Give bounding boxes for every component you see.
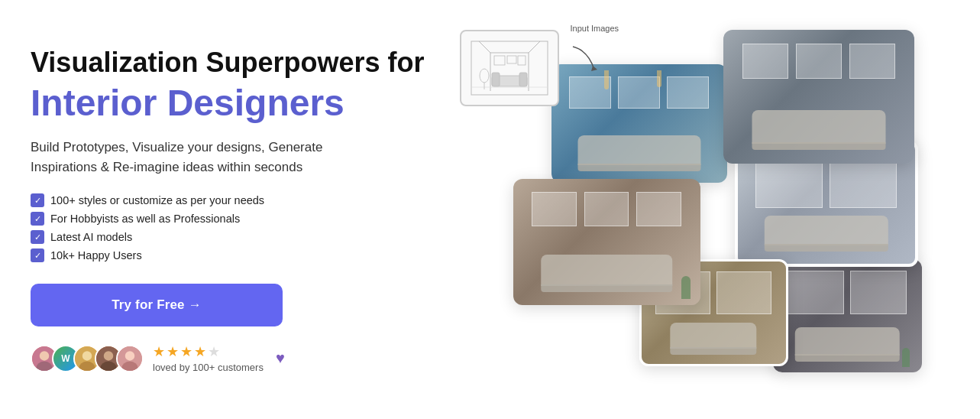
star-icon: ★: [180, 343, 192, 360]
check-icon: ✓: [31, 193, 44, 207]
input-label: Input Images: [571, 24, 619, 33]
feature-text: 10k+ Happy Users: [50, 249, 142, 261]
check-icon: ✓: [31, 212, 44, 226]
stars: ★ ★ ★ ★ ★: [153, 343, 264, 360]
svg-point-1: [40, 351, 49, 360]
svg-point-10: [125, 351, 134, 360]
feature-text: Latest AI models: [50, 231, 132, 243]
headline-line2: Interior Designers: [31, 82, 428, 124]
right-panel: Input Images: [428, 23, 949, 396]
feature-text: For Hobbyists as well as Professionals: [50, 213, 240, 225]
list-item: ✓ 100+ styles or customize as per your n…: [31, 193, 428, 207]
sketch-box: [460, 30, 559, 106]
avatar: [116, 345, 144, 372]
svg-point-7: [104, 351, 113, 360]
svg-line-15: [529, 41, 540, 53]
try-for-free-button[interactable]: Try for Free →: [31, 284, 283, 326]
left-panel: Visualization Superpowers for Interior D…: [31, 46, 428, 373]
star-icon: ★: [208, 343, 220, 360]
page-container: Visualization Superpowers for Interior D…: [0, 0, 980, 419]
svg-point-26: [480, 69, 489, 83]
star-icon: ★: [194, 343, 206, 360]
svg-line-14: [479, 41, 490, 53]
svg-rect-19: [494, 56, 505, 65]
svg-marker-12: [591, 66, 597, 71]
svg-rect-24: [519, 73, 527, 86]
list-item: ✓ Latest AI models: [31, 230, 428, 244]
room-card-4: [513, 179, 700, 305]
room-card-2: [723, 30, 914, 164]
svg-rect-21: [518, 56, 526, 65]
headline-line1: Visualization Superpowers for: [31, 46, 428, 79]
list-item: ✓ 10k+ Happy Users: [31, 248, 428, 262]
rating-text: loved by 100+ customers: [153, 362, 264, 373]
rating-section: ★ ★ ★ ★ ★ loved by 100+ customers: [153, 343, 264, 373]
list-item: ✓ For Hobbyists as well as Professionals: [31, 212, 428, 226]
star-icon: ★: [153, 343, 165, 360]
images-grid: Input Images: [452, 22, 926, 397]
sketch-svg: [467, 37, 551, 99]
features-list: ✓ 100+ styles or customize as per your n…: [31, 193, 428, 262]
subtitle: Build Prototypes, Visualize your designs…: [31, 138, 359, 177]
check-icon: ✓: [31, 230, 44, 244]
star-icon: ★: [167, 343, 179, 360]
arrow-icon: [565, 39, 611, 85]
avatars-group: W: [31, 345, 144, 372]
svg-rect-23: [492, 73, 500, 86]
heart-icon: ♥: [276, 349, 285, 367]
svg-rect-20: [507, 56, 516, 63]
room-card-6: [773, 259, 922, 372]
check-icon: ✓: [31, 248, 44, 262]
svg-point-4: [82, 351, 92, 360]
svg-rect-13: [471, 41, 548, 95]
social-proof: W: [31, 343, 428, 373]
feature-text: 100+ styles or customize as per your nee…: [50, 194, 264, 206]
